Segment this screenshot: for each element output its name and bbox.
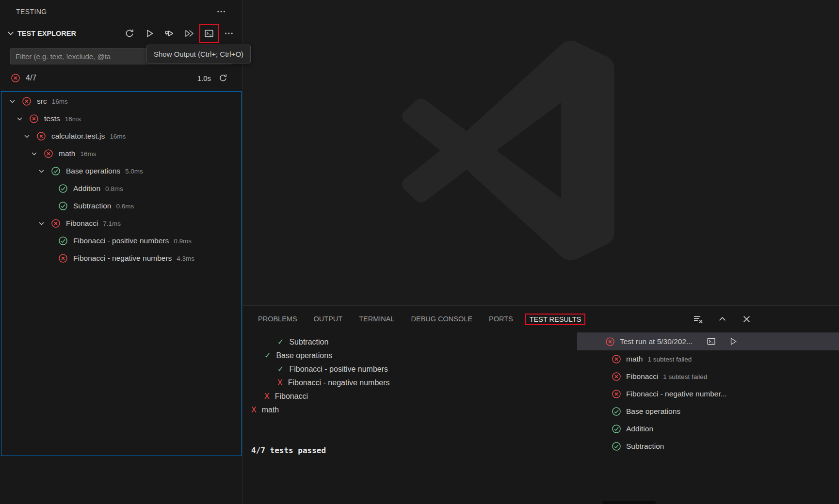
test-tree-item[interactable]: Addition0.8ms (1, 180, 241, 197)
test-result-item[interactable]: math1 subtest failed (577, 350, 839, 368)
tab-problems[interactable]: PROBLEMS (252, 306, 304, 332)
views-more-actions-button[interactable] (215, 5, 227, 18)
output-test-name: Fibonacci (275, 392, 308, 400)
tooltip-text: Show Output (Ctrl+; Ctrl+O) (154, 50, 243, 58)
twisty-placeholder (45, 236, 58, 246)
test-tree-item[interactable]: Fibonacci - negative numbers4.3ms (1, 250, 241, 267)
show-output-tooltip: Show Output (Ctrl+; Ctrl+O) (146, 45, 251, 63)
test-tree: src16mstests16mscalculator.test.js16msma… (1, 91, 242, 456)
output-test-name: math (262, 406, 279, 414)
show-output-button[interactable] (203, 27, 215, 40)
chevron-down-icon[interactable] (23, 131, 36, 141)
test-result-item[interactable]: Test run at 5/30/202... (577, 332, 839, 350)
test-duration: 16ms (110, 133, 126, 140)
test-tree-item[interactable]: Fibonacci - positive numbers0.9ms (1, 232, 241, 250)
bottom-panel: PROBLEMSOUTPUTTERMINALDEBUG CONSOLEPORTS… (242, 305, 839, 504)
output-test-name: Fibonacci - positive numbers (289, 365, 388, 373)
check-mark: ✓ (264, 351, 271, 360)
run-tests-with-coverage-button[interactable] (183, 27, 195, 40)
test-result-item[interactable]: Fibonacci1 subtest failed (577, 368, 839, 385)
test-name: math (59, 149, 75, 158)
vscode-window: TESTING TEST EXPLORER 4/7 1.0s src16mste… (0, 0, 839, 504)
chevron-down-icon[interactable] (37, 166, 51, 176)
test-name: Subtraction (73, 202, 111, 210)
result-name: math (626, 355, 643, 363)
test-status-row: 4/7 1.0s (0, 69, 242, 87)
more-actions-button[interactable] (223, 27, 235, 40)
run-all-tests-button[interactable] (143, 27, 156, 40)
check-mark: ✓ (277, 365, 284, 373)
refresh-tests-button[interactable] (123, 27, 136, 40)
chevron-down-icon[interactable] (8, 96, 22, 106)
tab-ports[interactable]: PORTS (483, 306, 519, 332)
chevron-down-icon[interactable] (37, 219, 51, 228)
debug-tests-button[interactable] (163, 27, 176, 40)
test-result-item[interactable]: Fibonacci - negative number... (577, 385, 839, 403)
tab-output[interactable]: OUTPUT (307, 306, 349, 332)
test-fail-icon (605, 337, 616, 346)
test-pass-icon (612, 407, 622, 416)
status-right: 1.0s (197, 72, 229, 84)
fail-mark: X (251, 406, 257, 414)
panel-tabbar: PROBLEMSOUTPUTTERMINALDEBUG CONSOLEPORTS… (242, 306, 839, 332)
test-name: src (37, 97, 47, 106)
horizontal-scrollbar[interactable] (602, 501, 656, 504)
result-detail: 1 subtest failed (663, 373, 707, 380)
test-pass-icon (612, 424, 622, 434)
test-duration: 16ms (52, 98, 68, 105)
test-result-item[interactable]: Addition (577, 420, 839, 438)
test-tree-item[interactable]: Base operations5.0ms (1, 162, 241, 180)
test-name: calculator.test.js (51, 132, 105, 141)
test-fail-icon (612, 354, 622, 364)
result-detail: 1 subtest failed (647, 356, 692, 363)
test-run-duration: 1.0s (197, 74, 211, 82)
result-name: Fibonacci (626, 372, 658, 381)
test-tree-item[interactable]: calculator.test.js16ms (1, 127, 241, 145)
test-pass-icon (58, 201, 69, 211)
rerun-test-button[interactable] (727, 335, 740, 348)
chevron-down-icon[interactable] (6, 29, 16, 38)
test-name: Fibonacci - positive numbers (73, 236, 169, 245)
test-pass-icon (51, 166, 62, 176)
show-test-output-button[interactable] (705, 335, 718, 348)
test-tree-item[interactable]: src16ms (1, 93, 241, 110)
close-panel-button[interactable] (740, 313, 753, 326)
chevron-down-icon[interactable] (30, 149, 44, 158)
test-duration: 16ms (80, 150, 96, 158)
test-fail-icon (44, 149, 54, 158)
sidebar-header: TESTING (0, 0, 242, 23)
output-test-name: Subtraction (289, 338, 328, 346)
twisty-placeholder (45, 201, 58, 211)
test-tree-item[interactable]: Subtraction0.6ms (1, 197, 241, 215)
chevron-down-icon[interactable] (16, 114, 29, 124)
test-output-console: ✓Subtraction✓Base operations✓Fibonacci -… (242, 332, 577, 504)
test-pass-icon (58, 236, 69, 246)
test-duration: 0.8ms (105, 185, 123, 192)
check-mark: ✓ (277, 338, 284, 346)
panel-actions (692, 306, 753, 332)
tab-test-results[interactable]: TEST RESULTS (523, 312, 588, 327)
tab-terminal[interactable]: TERMINAL (353, 306, 401, 332)
test-fail-icon (58, 253, 69, 263)
tab-debug-console[interactable]: DEBUG CONSOLE (405, 306, 479, 332)
clear-results-button[interactable] (692, 313, 704, 326)
result-name: Fibonacci - negative number... (626, 390, 727, 398)
vscode-logo-watermark (395, 38, 621, 263)
test-duration: 0.6ms (116, 203, 134, 210)
output-line: XFibonacci (251, 390, 577, 403)
test-tree-item[interactable]: tests16ms (1, 110, 241, 127)
test-name: tests (44, 114, 60, 123)
maximize-panel-button[interactable] (716, 313, 728, 326)
test-pass-icon (58, 184, 69, 193)
test-fail-icon (22, 96, 32, 106)
test-tree-item[interactable]: math16ms (1, 145, 241, 162)
test-result-item[interactable]: Subtraction (577, 438, 839, 455)
test-tree-item[interactable]: Fibonacci7.1ms (1, 215, 241, 232)
test-result-item[interactable]: Base operations (577, 403, 839, 420)
twisty-placeholder (45, 184, 58, 193)
test-duration: 0.9ms (174, 237, 192, 245)
twisty-placeholder (45, 253, 58, 263)
refresh-icon[interactable] (217, 72, 229, 84)
test-explorer-section-header: TEST EXPLORER (0, 23, 242, 44)
result-name: Addition (626, 425, 653, 433)
